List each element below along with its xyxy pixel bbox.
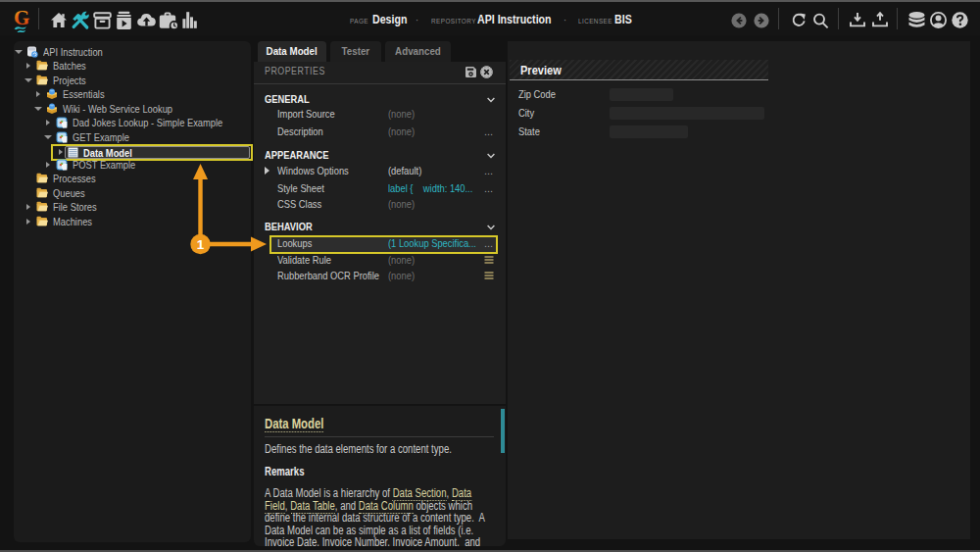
- svg-text:G: G: [14, 6, 29, 29]
